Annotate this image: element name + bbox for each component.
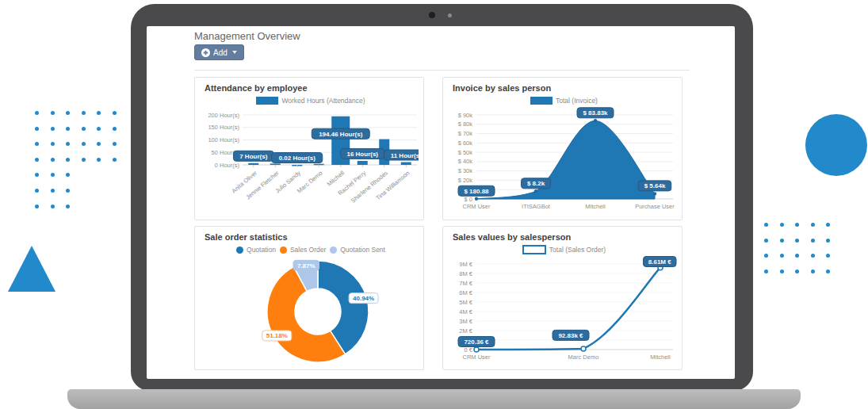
svg-text:$ 8.2k: $ 8.2k: [527, 180, 545, 187]
legend-dot: [236, 247, 243, 254]
legend-label: Sales Order: [290, 246, 326, 254]
decor-dot: [35, 142, 39, 146]
decor-dot: [780, 223, 784, 227]
decor-dot: [35, 127, 39, 131]
svg-text:7M €: 7M €: [459, 280, 473, 287]
decor-dot: [826, 223, 830, 227]
svg-text:Mitchell: Mitchell: [326, 169, 346, 187]
svg-text:$ 20k: $ 20k: [458, 177, 473, 184]
laptop-screen: Management Overview Add Attendance by em…: [147, 26, 735, 379]
decor-dot: [113, 158, 117, 162]
card-attendance: Attendance by employee Worked Hours (Att…: [194, 77, 424, 220]
decor-dot: [113, 111, 117, 115]
svg-text:0.02 Hour(s): 0.02 Hour(s): [279, 155, 316, 162]
decor-dot: [113, 127, 117, 131]
legend-item-quotation-sent[interactable]: Quotation Sent: [330, 246, 385, 254]
decor-dot: [780, 239, 784, 243]
svg-text:$ 180.88: $ 180.88: [464, 188, 489, 195]
svg-text:5M €: 5M €: [459, 299, 473, 306]
legend-item-sales-order[interactable]: Sales Order: [280, 246, 326, 254]
desktop-canvas: Management Overview Add Attendance by em…: [0, 0, 868, 409]
decor-dot: [51, 158, 55, 162]
decor-dot: [811, 254, 815, 258]
svg-text:11 Hour(s): 11 Hour(s): [391, 152, 419, 159]
attendance-bar-chart[interactable]: 0 Hour(s)50 Hour(s)100 Hour(s)150 Hour(s…: [205, 107, 419, 220]
decor-dot: [97, 127, 101, 131]
decor-dot: [764, 239, 768, 243]
svg-text:Sharlene Rhodes: Sharlene Rhodes: [350, 169, 389, 204]
svg-text:$ 83.83k: $ 83.83k: [583, 109, 608, 117]
decor-dot: [795, 269, 799, 273]
decor-dot: [82, 158, 86, 162]
svg-text:51.18%: 51.18%: [266, 332, 288, 339]
legend-item-worked-hours[interactable]: Worked Hours (Attendance): [256, 97, 365, 105]
legend-label: Worked Hours (Attendance): [281, 97, 365, 105]
decor-dot: [113, 142, 117, 146]
svg-text:92.83k €: 92.83k €: [558, 332, 583, 339]
svg-text:3M €: 3M €: [459, 318, 473, 325]
svg-text:Purchase User: Purchase User: [635, 203, 675, 210]
header-separator: [194, 70, 690, 71]
svg-text:$ 70k: $ 70k: [458, 130, 473, 137]
sale-order-donut-chart[interactable]: 40.94%51.18%7.87%: [205, 256, 419, 370]
decor-dot: [35, 189, 39, 193]
decor-dot: [51, 111, 55, 115]
legend-dot: [330, 247, 337, 254]
legend-swatch: [256, 97, 278, 105]
legend-swatch: [522, 245, 546, 254]
circle-decoration: [805, 114, 867, 176]
decor-dot: [780, 254, 784, 258]
decor-dot: [764, 223, 768, 227]
decor-dot: [66, 158, 70, 162]
decor-dot: [780, 269, 784, 273]
decor-dot: [97, 111, 101, 115]
svg-text:150 Hour(s): 150 Hour(s): [208, 124, 239, 131]
legend-label: Quotation Sent: [340, 246, 385, 254]
legend-label: Total (Invoice): [556, 97, 598, 105]
card-invoice: Invoice by sales person Total (Invoice) …: [442, 77, 683, 220]
svg-text:$ 80k: $ 80k: [458, 120, 473, 128]
svg-text:8.61M €: 8.61M €: [648, 258, 671, 266]
decor-dot: [51, 189, 55, 193]
svg-text:4M €: 4M €: [459, 308, 473, 315]
decor-dot: [97, 142, 101, 146]
decor-dot: [66, 204, 70, 208]
camera-icon: [429, 12, 435, 18]
card-sales-values: Sales values by salesperson Total (Sales…: [442, 226, 683, 370]
decor-dot: [66, 111, 70, 115]
decor-dot: [826, 239, 830, 243]
svg-text:194.46 Hour(s): 194.46 Hour(s): [319, 131, 362, 138]
add-button[interactable]: Add: [194, 44, 244, 60]
sales-values-line-chart[interactable]: 0 €1M €2M €3M €4M €5M €6M €7M €8M €9M €C…: [453, 256, 677, 369]
card-title: Sale order statistics: [205, 232, 417, 242]
svg-text:Mitchell: Mitchell: [585, 203, 606, 210]
caret-down-icon: [232, 51, 237, 54]
svg-text:9M €: 9M €: [459, 261, 473, 268]
decor-dot: [51, 204, 55, 208]
triangle-decoration: [8, 246, 55, 292]
svg-text:7.87%: 7.87%: [297, 262, 315, 269]
decor-dot: [826, 254, 830, 258]
legend-item-total-sales-order[interactable]: Total (Sales Order): [522, 245, 606, 254]
decor-dot: [35, 173, 39, 177]
card-title: Sales values by salesperson: [453, 232, 675, 242]
decor-dot: [764, 254, 768, 258]
svg-text:$ 5.64k: $ 5.64k: [644, 182, 666, 189]
decor-dot: [795, 239, 799, 243]
decor-dot: [66, 142, 70, 146]
decor-dot: [811, 239, 815, 243]
decor-dot: [82, 127, 86, 131]
svg-text:ITISAGBot: ITISAGBot: [522, 203, 551, 210]
svg-text:$ 50k: $ 50k: [458, 149, 473, 156]
legend-item-total-invoice[interactable]: Total (Invoice): [530, 97, 598, 105]
svg-text:$ 60k: $ 60k: [458, 140, 473, 147]
invoice-area-chart[interactable]: $ 0$ 10k$ 20k$ 30k$ 40k$ 50k$ 60k$ 70k$ …: [453, 107, 677, 220]
decor-dot: [811, 269, 815, 273]
svg-text:6M €: 6M €: [459, 289, 473, 296]
svg-text:200 Hour(s): 200 Hour(s): [208, 112, 239, 119]
svg-text:$ 40k: $ 40k: [458, 158, 473, 165]
decor-dot: [795, 223, 799, 227]
legend-item-quotation[interactable]: Quotation: [236, 246, 276, 254]
card-title: Attendance by employee: [205, 83, 417, 93]
svg-text:$ 90k: $ 90k: [458, 112, 473, 119]
